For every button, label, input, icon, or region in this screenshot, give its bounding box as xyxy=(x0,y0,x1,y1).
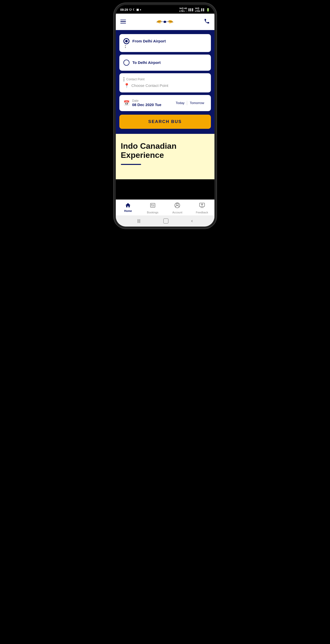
tab-feedback-label: Feedback xyxy=(196,211,208,214)
time-display: 09:29 xyxy=(120,8,128,12)
choose-contact-label: Choose Contact Point xyxy=(131,83,168,88)
today-button[interactable]: Today xyxy=(173,100,187,106)
contact-top-row: Contact Point xyxy=(123,77,145,81)
account-icon xyxy=(174,202,180,210)
tab-home-label: Home xyxy=(124,209,132,212)
call-button[interactable] xyxy=(204,18,210,25)
feedback-icon xyxy=(199,202,205,210)
home-icon xyxy=(125,202,131,208)
pin-icon: 📍 xyxy=(124,83,129,88)
signal-bars: ▌▌▌ xyxy=(189,8,194,11)
to-field-card[interactable]: To Delhi Airport xyxy=(119,55,211,71)
tab-feedback[interactable]: Feedback xyxy=(190,202,214,214)
from-radio xyxy=(123,38,129,44)
date-value-label: 08 Dec 2020 Tue xyxy=(132,103,171,107)
from-label: From Delhi Airport xyxy=(133,39,166,43)
tab-account[interactable]: Account xyxy=(165,202,190,214)
contact-bottom-row: 📍 Choose Contact Point xyxy=(123,83,168,88)
contact-point-card[interactable]: Contact Point 📍 Choose Contact Point xyxy=(119,73,211,92)
shield-icon: 🛡 xyxy=(129,8,132,11)
to-radio xyxy=(123,60,129,66)
status-right: Vo)) 4GLTE1 ↑↓ ▌▌▌ Vo))LTE2 ▌▌ 🔋 xyxy=(179,7,210,13)
network-info-2: Vo))LTE2 xyxy=(195,7,200,13)
tab-home[interactable]: Home xyxy=(116,202,141,214)
battery-icon: 🔋 xyxy=(206,8,210,12)
tomorrow-button[interactable]: Tomorrow xyxy=(187,100,207,106)
svg-rect-2 xyxy=(151,204,152,205)
contact-dots-icon xyxy=(123,77,124,81)
status-left: 09:29 🛡 ☾ ▣ • xyxy=(120,8,141,12)
phone-wrapper: 09:29 🛡 ☾ ▣ • Vo)) 4GLTE1 ↑↓ ▌▌▌ Vo))LTE… xyxy=(116,5,214,227)
network-info: Vo)) 4GLTE1 ↑↓ xyxy=(179,7,188,13)
date-shortcuts: Today Tomorrow xyxy=(173,100,207,106)
calendar-icon: 📅 xyxy=(123,100,130,106)
promo-title: Indo Canadian Experience xyxy=(121,141,209,160)
moon-icon: ☾ xyxy=(133,8,135,11)
contact-point-header: Contact Point xyxy=(126,78,145,81)
bookings-icon xyxy=(150,202,156,210)
signal-bars-2: ▌▌ xyxy=(201,8,205,11)
tab-bookings-label: Bookings xyxy=(147,211,158,214)
tab-bookings[interactable]: Bookings xyxy=(140,202,165,214)
black-gap xyxy=(116,179,214,200)
date-field-card[interactable]: 📅 Date 08 Dec 2020 Tue Today Tomorrow xyxy=(119,95,211,111)
tab-account-label: Account xyxy=(172,211,182,214)
status-bar: 09:29 🛡 ☾ ▣ • Vo)) 4GLTE1 ↑↓ ▌▌▌ Vo))LTE… xyxy=(116,5,214,14)
to-label: To Delhi Airport xyxy=(133,60,161,65)
android-recent-button[interactable]: ||| xyxy=(137,219,140,223)
android-nav-bar: ||| ‹ xyxy=(116,215,214,227)
svg-point-6 xyxy=(176,203,178,205)
hamburger-menu-button[interactable] xyxy=(120,20,126,24)
date-header-label: Date xyxy=(132,99,171,103)
from-field-card[interactable]: From Delhi Airport xyxy=(119,34,211,52)
screen-icon: ▣ xyxy=(136,8,139,11)
search-bus-button[interactable]: SEARCH BUS xyxy=(119,115,211,129)
svg-rect-1 xyxy=(150,203,155,207)
search-section: From Delhi Airport To Delhi Airport Cont… xyxy=(116,30,214,134)
nav-tabs-container: Home Bookings xyxy=(116,200,214,215)
from-row: From Delhi Airport xyxy=(123,38,207,44)
promo-underline xyxy=(121,164,141,165)
app-header xyxy=(116,14,214,30)
bottom-navigation: Home Bookings xyxy=(116,200,214,227)
dots-separator xyxy=(123,45,126,48)
dot-indicator: • xyxy=(140,8,141,12)
date-info: Date 08 Dec 2020 Tue xyxy=(132,99,171,107)
android-back-button[interactable]: ‹ xyxy=(191,218,193,224)
app-logo xyxy=(155,17,175,26)
android-home-button[interactable] xyxy=(163,218,168,224)
promo-section: Indo Canadian Experience xyxy=(116,134,214,179)
